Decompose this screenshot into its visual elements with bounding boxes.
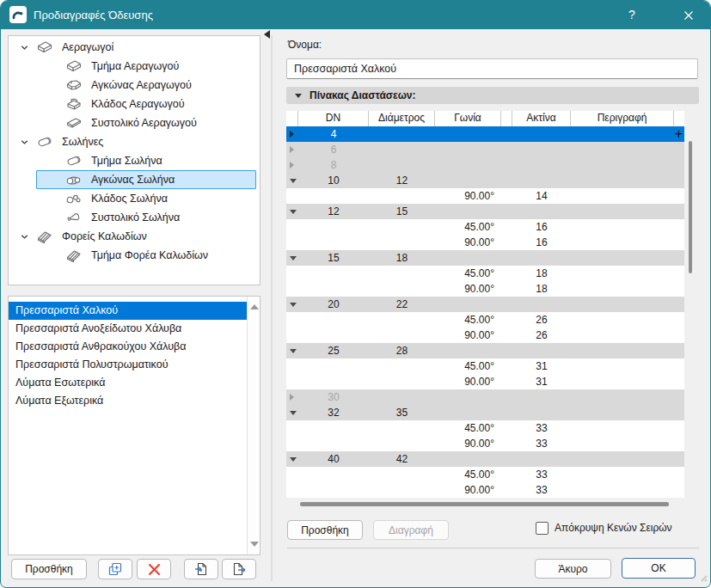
dimension-row-dn-25[interactable]: 2528 <box>286 343 684 358</box>
dimension-subrow[interactable]: 45.00°33 <box>286 467 684 482</box>
collapse-row-icon[interactable] <box>290 210 297 214</box>
resize-grip-icon[interactable] <box>699 570 708 585</box>
list-item-multilayer-press[interactable]: Πρεσσαριστά Πολυστρωματικού <box>9 356 247 374</box>
tree-item-cable-carriers[interactable]: Φορείς Καλωδίων <box>9 227 260 246</box>
dimension-subrow[interactable]: 90.00°16 <box>286 235 684 250</box>
tree-item-label: Αγκώνας Σωλήνα <box>91 174 175 186</box>
column-header: Γωνία <box>435 111 501 126</box>
tree-item-label: Αεραγωγοί <box>62 41 113 53</box>
tree-item-duct-segment[interactable]: Τμήμα Αεραγωγού <box>9 57 260 76</box>
export-icon <box>231 561 247 577</box>
dimension-row-dn-10[interactable]: 1012 <box>286 173 684 188</box>
add-specification-button[interactable]: Προσθήκη <box>11 559 87 579</box>
dimension-subrow[interactable]: 45.00°16 <box>286 219 684 235</box>
collapse-row-icon[interactable] <box>290 179 297 183</box>
tree-item-pipe-segment[interactable]: Τμήμα Σωλήνα <box>9 151 260 170</box>
column-header: Περιγραφή <box>571 111 674 126</box>
tree-item-pipes[interactable]: Σωλήνες <box>9 132 260 151</box>
table-header: DNΔιάμετροςΓωνίαΑκτίναΠεριγραφή <box>286 111 684 126</box>
tree-item-ducts[interactable]: Αεραγωγοί <box>9 38 260 57</box>
help-button[interactable]: ? <box>620 1 644 29</box>
specification-list[interactable]: Πρεσσαριστά ΧαλκούΠρεσσαριστά Ανοξείδωτο… <box>9 302 247 410</box>
dimension-subrow[interactable]: 90.00°26 <box>286 328 684 343</box>
delete-x-icon <box>148 563 161 576</box>
collapse-row-icon[interactable] <box>290 349 297 353</box>
chevron-down-icon[interactable] <box>16 232 32 242</box>
tree-item-duct-branch[interactable]: Κλάδος Αεραγωγού <box>9 95 260 113</box>
dimension-row-dn-12[interactable]: 1215 <box>286 204 684 219</box>
routing-specifications-dialog: Προδιαγραφές Όδευσης ? ΑεραγωγοίΤμήμα Αε… <box>0 0 711 588</box>
tree-item-cable-carrier-segment[interactable]: Τμήμα Φορέα Καλωδίων <box>9 246 260 265</box>
name-label: Όνομα: <box>288 39 322 51</box>
table-horizontal-scrollbar[interactable] <box>300 502 669 506</box>
dimension-subrow[interactable]: 90.00°14 <box>286 188 684 204</box>
panel-splitter[interactable] <box>271 35 273 581</box>
expand-row-icon[interactable] <box>290 146 294 153</box>
cancel-button[interactable]: Άκυρο <box>535 559 611 579</box>
delete-specification-button[interactable] <box>137 559 171 579</box>
dimension-row-dn-20[interactable]: 2022 <box>286 297 684 312</box>
dimension-row-dn-4[interactable]: 4+ <box>286 126 684 142</box>
scroll-up-icon[interactable] <box>250 304 259 309</box>
hide-empty-rows-label: Απόκρυψη Κενών Σειρών <box>555 522 672 534</box>
tree-item-duct-reducer[interactable]: Συστολικό Αεραγωγού <box>9 113 260 132</box>
expand-row-icon[interactable] <box>290 131 294 138</box>
table-vertical-scrollbar[interactable] <box>689 141 692 273</box>
tree-item-pipe-branch[interactable]: Κλάδος Σωλήνα <box>9 189 260 208</box>
list-item-carbon-press[interactable]: Πρεσσαριστά Ανθρακούχου Χάλυβα <box>9 338 247 356</box>
list-item-waste-external[interactable]: Λύματα Εξωτερικά <box>9 392 247 410</box>
dimension-subrow[interactable]: 90.00°18 <box>286 281 684 297</box>
dimension-subrow[interactable]: 45.00°18 <box>286 266 684 281</box>
title-bar[interactable]: Προδιαγραφές Όδευσης ? <box>1 1 710 29</box>
name-input[interactable] <box>286 58 698 79</box>
chevron-down-icon[interactable] <box>16 43 32 52</box>
dimension-subrow[interactable]: 90.00°33 <box>286 482 684 498</box>
column-header-spacer <box>501 111 512 126</box>
tree-item-pipe-elbow[interactable]: Αγκώνας Σωλήνα <box>9 170 260 189</box>
list-item-copper-press[interactable]: Πρεσσαριστά Χαλκού <box>9 302 247 320</box>
close-button[interactable] <box>675 1 702 29</box>
ok-button[interactable]: OK <box>622 558 696 579</box>
expand-row-icon[interactable] <box>290 162 294 168</box>
list-item-waste-internal[interactable]: Λύματα Εσωτερικά <box>9 374 247 392</box>
list-item-stainless-press[interactable]: Πρεσσαριστά Ανοξείδωτου Χάλυβα <box>9 320 247 338</box>
tree-item-label: Τμήμα Σωλήνα <box>91 155 162 167</box>
collapse-section-icon[interactable] <box>295 94 302 98</box>
duplicate-specification-button[interactable] <box>98 559 132 579</box>
collapse-row-icon[interactable] <box>290 457 297 462</box>
add-dimension-icon[interactable]: + <box>674 126 684 142</box>
column-header: DN <box>298 111 369 126</box>
dimension-row-dn-32[interactable]: 3235 <box>286 405 684 420</box>
collapse-row-icon[interactable] <box>290 303 297 307</box>
dimension-row-dn-30[interactable]: 30 <box>286 389 684 405</box>
dimension-table-section-header[interactable]: Πίνακας Διαστάσεων: <box>286 87 699 104</box>
dimension-row-dn-8[interactable]: 8 <box>286 157 684 173</box>
duct-reducer-icon <box>61 116 87 130</box>
dimension-subrow[interactable]: 90.00°33 <box>286 436 684 451</box>
delete-row-button[interactable]: Διαγραφή <box>373 520 449 540</box>
dimension-subrow[interactable]: 45.00°33 <box>286 420 684 436</box>
import-specification-button[interactable] <box>184 559 218 579</box>
dimension-subrow[interactable]: 45.00°26 <box>286 312 684 328</box>
hide-empty-rows-checkbox[interactable] <box>536 522 549 535</box>
collapse-row-icon[interactable] <box>290 411 297 415</box>
routing-element-tree[interactable]: ΑεραγωγοίΤμήμα ΑεραγωγούΑγκώνας Αεραγωγο… <box>8 35 260 285</box>
dimension-subrow[interactable]: 90.00°31 <box>286 374 684 389</box>
pipe-icon <box>32 135 58 149</box>
expand-row-icon[interactable] <box>290 394 294 401</box>
chevron-down-icon[interactable] <box>16 138 32 147</box>
dimension-subrow[interactable]: 45.00°31 <box>286 358 684 374</box>
list-scrollbar[interactable] <box>247 297 260 554</box>
tree-item-pipe-reducer[interactable]: Συστολικό Σωλήνα <box>9 208 260 227</box>
dimension-table[interactable]: DNΔιάμετροςΓωνίαΑκτίναΠεριγραφή4+6810129… <box>286 111 684 498</box>
collapse-row-icon[interactable] <box>290 256 297 260</box>
scroll-down-icon[interactable] <box>250 542 259 547</box>
dimension-row-dn-15[interactable]: 1518 <box>286 250 684 266</box>
export-specification-button[interactable] <box>222 559 256 579</box>
dimension-row-dn-6[interactable]: 6 <box>286 142 684 157</box>
tree-item-duct-elbow[interactable]: Αγκώνας Αεραγωγού <box>9 76 260 95</box>
collapse-splitter-icon[interactable] <box>264 30 270 39</box>
dimension-row-dn-40[interactable]: 4042 <box>286 451 684 467</box>
add-row-button[interactable]: Προσθήκη <box>287 520 363 540</box>
pipe-reducer-icon <box>61 211 87 224</box>
